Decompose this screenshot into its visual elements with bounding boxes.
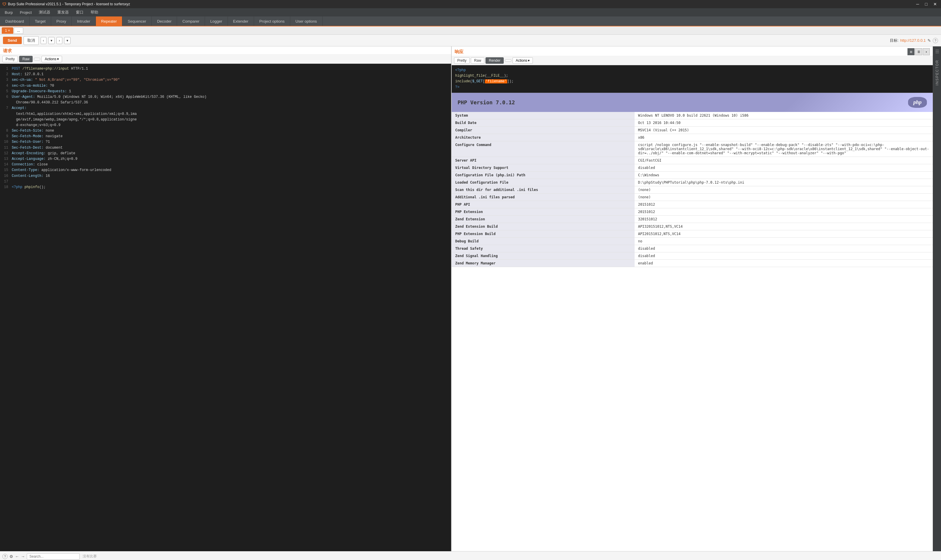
phpinfo-row: Debug Buildno [452,237,933,245]
inspector-menu-icon[interactable]: ☰ [935,46,939,57]
menu-burp[interactable]: Burp [2,9,15,16]
php-version: PHP Version 7.0.12 [458,99,515,106]
nav-back-button[interactable]: ‹ [40,37,46,44]
phpinfo-row: Thread Safetydisabled [452,245,933,252]
view-split-horizontal[interactable]: ⊞ [907,48,915,55]
inspector-panel: ☰ INSPECTOR [933,46,941,551]
target-label: 目标: [890,38,899,43]
request-actions-label: Actions [45,57,56,61]
php-source-code: <?php highlight_file(__FILE__); include(… [452,65,933,93]
tab-proxy[interactable]: Proxy [51,17,72,26]
tab-extender[interactable]: Extender [228,17,254,26]
request-actions-button[interactable]: Actions ▾ [42,56,62,62]
view-single[interactable]: ▪ [923,48,930,55]
response-actions-label: Actions [516,58,527,63]
response-tab-render[interactable]: Render [486,57,503,64]
phpinfo-key: PHP API [452,201,635,208]
code-line-1: 1POST /?filename=php://input HTTP/1.1 [3,66,448,72]
close-button[interactable]: ✕ [932,1,939,7]
phpinfo-key: Zend Extension [452,215,635,223]
phpinfo-key: Scan this dir for additional .ini files [452,186,635,193]
phpinfo-key: Zend Extension Build [452,223,635,230]
sub-tab-1[interactable]: 1 × [2,27,13,34]
phpinfo-key: Configure Command [452,141,635,157]
menu-repeater[interactable]: 重发器 [54,9,72,16]
phpinfo-table: SystemWindows NT LENOVO 10.0 build 22621… [452,112,933,267]
phpinfo-row: Server APICGI/FastCGI [452,157,933,164]
code-line-15: 15Content-Type: application/x-www-form-u… [3,168,448,173]
bottom-forward-icon[interactable]: → [21,554,25,559]
tab-repeater[interactable]: Repeater [96,17,122,26]
cancel-button[interactable]: 取消 [23,36,39,45]
request-tab-newline[interactable] [34,58,40,60]
tab-sequencer[interactable]: Sequencer [122,17,152,26]
code-line-7: 7Accept: text/html,application/xhtml+xml… [3,106,448,128]
nav-back-dropdown[interactable]: ▾ [48,37,55,44]
php-logo: php [908,97,927,108]
target-url[interactable]: http://127.0.0.1 [900,38,926,43]
phpinfo-key: Additional .ini files parsed [452,193,635,201]
response-tab-pretty[interactable]: Pretty [454,57,470,64]
phpinfo-key: Build Date [452,119,635,126]
phpinfo-key: Compiler [452,126,635,134]
code-line-5: 5Upgrade-Insecure-Requests: 1 [3,89,448,94]
help-icon[interactable]: ? [933,38,938,43]
nav-forward-dropdown[interactable]: ▾ [64,37,71,44]
phpinfo-value: disabled [635,252,933,259]
edit-target-icon[interactable]: ✎ [927,38,931,43]
code-line-17: 17 [3,179,448,185]
phpinfo-row: Zend Extension BuildAPI320151012,NTS,VC1… [452,223,933,230]
bottom-help-icon[interactable]: ? [2,554,8,559]
menu-help[interactable]: 帮助 [88,9,101,16]
code-line-4: 4sec-ch-ua-mobile: ?0 [3,83,448,89]
response-tab-raw[interactable]: Raw [471,57,484,64]
request-tab-pretty[interactable]: Pretty [2,56,18,62]
bottom-toolbar: ? ⚙ ← → 没有比赛 [0,551,941,560]
code-line-10: 10Sec-Fetch-User: ?1 [3,139,448,145]
menu-window[interactable]: 窗口 [73,9,86,16]
tab-decoder[interactable]: Decoder [152,17,177,26]
bottom-back-icon[interactable]: ← [15,554,19,559]
phpinfo-row: PHP Extension20151012 [452,208,933,215]
phpinfo-row: Zend Signal Handlingdisabled [452,252,933,259]
php-render-area[interactable]: <?php highlight_file(__FILE__); include(… [452,65,933,551]
nav-forward-button[interactable]: › [57,37,62,44]
code-line-16: 16Content-Length: 16 [3,173,448,179]
maximize-button[interactable]: □ [923,1,929,7]
phpinfo-value: 320151012 [635,215,933,223]
target-area: 目标: http://127.0.0.1 ✎ ? [890,38,938,43]
tab-comparer[interactable]: Comparer [177,17,205,26]
phpinfo-value: C:\Windows [635,171,933,178]
tab-dashboard[interactable]: Dashboard [0,17,30,26]
tab-target[interactable]: Target [30,17,51,26]
response-actions-button[interactable]: Actions ▾ [512,57,533,64]
request-tab-raw[interactable]: Raw [19,56,32,62]
code-line-13: 13Accept-Language: zh-CN,zh;q=0.9 [3,156,448,162]
tab-user-options[interactable]: User options [290,17,322,26]
response-tab-newline[interactable] [505,59,511,62]
send-button[interactable]: Send [3,37,22,44]
minimize-button[interactable]: ─ [915,1,921,7]
bottom-settings-icon[interactable]: ⚙ [9,554,13,559]
view-split-vertical[interactable]: ☰ [915,48,922,55]
phpinfo-row: PHP API20151012 [452,201,933,208]
tab-intruder[interactable]: Intruder [72,17,96,26]
menu-tester[interactable]: 测试器 [36,9,53,16]
phpinfo-key: Zend Memory Manager [452,259,635,267]
tab-project-options[interactable]: Project options [254,17,290,26]
phpinfo-row: Zend Extension320151012 [452,215,933,223]
menu-project[interactable]: Project [17,9,34,16]
phpinfo-value: MSVC14 (Visual C++ 2015) [635,126,933,134]
phpinfo-value: CGI/FastCGI [635,157,933,164]
phpinfo-row: Zend Memory Managerenabled [452,259,933,267]
titlebar-left: 🛡 Burp Suite Professional v2021.5.1 - Te… [2,2,130,6]
phpinfo-row: Loaded Configuration FileD:\phpStudy\PHP… [452,178,933,186]
sub-tab-more[interactable]: ... [14,27,23,34]
code-line-11: 11Sec-Fetch-Dest: document [3,145,448,151]
title-text: Burp Suite Professional v2021.5.1 - Temp… [8,2,130,6]
code-line-3: 3sec-ch-ua: " Not A;Brand";v="99", "Chro… [3,77,448,83]
search-input[interactable] [27,553,80,560]
phpinfo-value: Windows NT LENOVO 10.0 build 22621 (Wind… [635,112,933,119]
request-code-area[interactable]: 1POST /?filename=php://input HTTP/1.1 2H… [0,64,451,551]
tab-logger[interactable]: Logger [205,17,228,26]
